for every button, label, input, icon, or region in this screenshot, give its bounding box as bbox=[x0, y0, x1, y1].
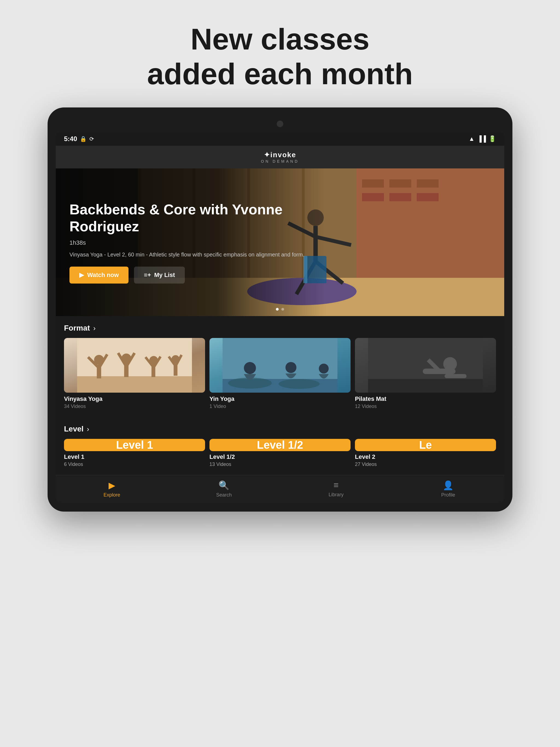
page-header: New classes added each month bbox=[147, 0, 413, 107]
wifi-icon: ▲ bbox=[469, 135, 475, 143]
app-logo-sub: ON DEMAND bbox=[261, 159, 299, 163]
yin-card-count: 1 Video bbox=[209, 404, 351, 409]
nav-explore[interactable]: ▶ Explore bbox=[96, 480, 128, 498]
svg-rect-10 bbox=[362, 193, 384, 201]
search-label: Search bbox=[216, 492, 232, 498]
vinyasa-card-label: Vinyasa Yoga bbox=[64, 395, 205, 403]
level2-card-text: Le bbox=[419, 439, 432, 451]
pilates-card-count: 12 Videos bbox=[355, 404, 496, 409]
hero-section: Backbends & Core with Yvonne Rodriguez 1… bbox=[56, 169, 504, 316]
yin-yoga-card[interactable]: Yin Yoga 1 Video bbox=[209, 338, 351, 409]
signal-icon: ▐▐ bbox=[478, 135, 486, 143]
level1-col: Level 1 Level 1 6 Videos bbox=[64, 439, 205, 467]
svg-rect-9 bbox=[417, 179, 439, 187]
page-title: New classes added each month bbox=[147, 22, 413, 91]
pilates-card-image bbox=[355, 338, 496, 393]
battery-icon: 🔋 bbox=[489, 135, 496, 143]
level-section-title: Level bbox=[64, 424, 84, 433]
format-section-arrow: › bbox=[93, 324, 96, 333]
status-bar: 5:40 🔒 ⟳ ▲ ▐▐ 🔋 bbox=[56, 132, 504, 146]
watch-now-button[interactable]: ▶ Watch now bbox=[70, 266, 128, 284]
app-header: ✦invoke ON DEMAND bbox=[56, 146, 504, 169]
vinyasa-card-image bbox=[64, 338, 205, 393]
svg-rect-12 bbox=[417, 193, 439, 201]
search-icon: 🔍 bbox=[219, 480, 229, 491]
play-icon: ▶ bbox=[79, 272, 84, 279]
svg-point-48 bbox=[285, 362, 297, 373]
status-left: 5:40 🔒 ⟳ bbox=[64, 135, 94, 143]
format-cards-row: Vinyasa Yoga 34 Videos bbox=[64, 338, 496, 417]
svg-rect-8 bbox=[389, 179, 411, 187]
level1-label: Level 1 bbox=[64, 453, 205, 460]
app-logo: ✦invoke ON DEMAND bbox=[261, 151, 299, 163]
hero-dots bbox=[276, 308, 284, 311]
pilates-card-label: Pilates Mat bbox=[355, 395, 496, 403]
vinyasa-svg bbox=[64, 338, 205, 393]
pilates-card[interactable]: Pilates Mat 12 Videos bbox=[355, 338, 496, 409]
svg-rect-11 bbox=[389, 193, 411, 201]
profile-label: Profile bbox=[441, 492, 455, 498]
yin-svg bbox=[209, 338, 351, 393]
level12-label: Level 1/2 bbox=[209, 453, 351, 460]
svg-rect-54 bbox=[444, 374, 466, 378]
level-section-arrow: › bbox=[87, 425, 90, 433]
device-camera bbox=[277, 121, 283, 127]
status-icons: ▲ ▐▐ 🔋 bbox=[469, 135, 496, 143]
sync-icon: ⟳ bbox=[90, 136, 94, 142]
explore-icon: ▶ bbox=[108, 480, 116, 491]
status-time: 5:40 bbox=[64, 135, 77, 143]
format-section-header[interactable]: Format › bbox=[64, 316, 496, 338]
level12-col: Level 1/2 Level 1/2 13 Videos bbox=[209, 439, 351, 467]
dot-1[interactable] bbox=[276, 308, 279, 311]
level1-card[interactable]: Level 1 bbox=[64, 439, 205, 451]
library-icon: ≡ bbox=[334, 480, 339, 490]
bottom-nav: ▶ Explore 🔍 Search ≡ Library 👤 Profile bbox=[56, 475, 504, 504]
nav-search[interactable]: 🔍 Search bbox=[207, 480, 240, 498]
svg-rect-25 bbox=[77, 376, 192, 393]
svg-rect-7 bbox=[362, 179, 384, 187]
hero-duration: 1h38s bbox=[70, 239, 311, 247]
yin-card-image bbox=[209, 338, 351, 393]
level12-card-text: Level 1/2 bbox=[257, 439, 303, 451]
level-section-header[interactable]: Level › bbox=[64, 417, 496, 439]
hero-content: Backbends & Core with Yvonne Rodriguez 1… bbox=[56, 169, 325, 316]
level12-sublabel: 13 Videos bbox=[209, 462, 351, 467]
format-section-title: Format bbox=[64, 324, 90, 333]
svg-point-46 bbox=[279, 379, 320, 389]
lock-icon: 🔒 bbox=[80, 136, 87, 142]
profile-icon: 👤 bbox=[443, 480, 454, 491]
explore-label: Explore bbox=[103, 492, 120, 498]
level2-col: Le Level 2 27 Videos bbox=[355, 439, 496, 467]
vinyasa-yoga-card[interactable]: Vinyasa Yoga 34 Videos bbox=[64, 338, 205, 409]
level1-sublabel: 6 Videos bbox=[64, 462, 205, 467]
vinyasa-card-count: 34 Videos bbox=[64, 404, 205, 409]
yin-card-label: Yin Yoga bbox=[209, 395, 351, 403]
svg-rect-51 bbox=[368, 379, 483, 393]
watch-label: Watch now bbox=[87, 272, 119, 279]
device: 5:40 🔒 ⟳ ▲ ▐▐ 🔋 ✦invoke ON DEMAND bbox=[48, 107, 512, 512]
library-label: Library bbox=[328, 492, 343, 498]
device-screen: 5:40 🔒 ⟳ ▲ ▐▐ 🔋 ✦invoke ON DEMAND bbox=[56, 132, 504, 504]
level-cards-row: Level 1 Level 1 6 Videos Level 1/2 Level… bbox=[64, 439, 496, 475]
level1-card-text: Level 1 bbox=[116, 439, 153, 451]
device-top-bar bbox=[56, 115, 504, 132]
add-list-icon: ≡+ bbox=[144, 272, 151, 279]
hero-description: Vinyasa Yoga - Level 2, 60 min - Athleti… bbox=[70, 251, 311, 258]
pilates-svg bbox=[355, 338, 496, 393]
level12-card[interactable]: Level 1/2 bbox=[209, 439, 351, 451]
level2-sublabel: 27 Videos bbox=[355, 462, 496, 467]
my-list-button[interactable]: ≡+ My List bbox=[134, 266, 184, 284]
format-section: Format › bbox=[56, 316, 504, 475]
level2-card[interactable]: Le bbox=[355, 439, 496, 451]
hero-buttons: ▶ Watch now ≡+ My List bbox=[70, 266, 311, 284]
dot-2[interactable] bbox=[281, 308, 284, 311]
svg-point-49 bbox=[319, 364, 329, 374]
nav-library[interactable]: ≡ Library bbox=[320, 480, 353, 498]
app-logo-text: ✦invoke bbox=[261, 151, 299, 159]
nav-profile[interactable]: 👤 Profile bbox=[432, 480, 464, 498]
hero-title: Backbends & Core with Yvonne Rodriguez bbox=[70, 201, 311, 235]
level2-label: Level 2 bbox=[355, 453, 496, 460]
mylist-label: My List bbox=[154, 272, 175, 279]
svg-point-47 bbox=[244, 362, 256, 374]
